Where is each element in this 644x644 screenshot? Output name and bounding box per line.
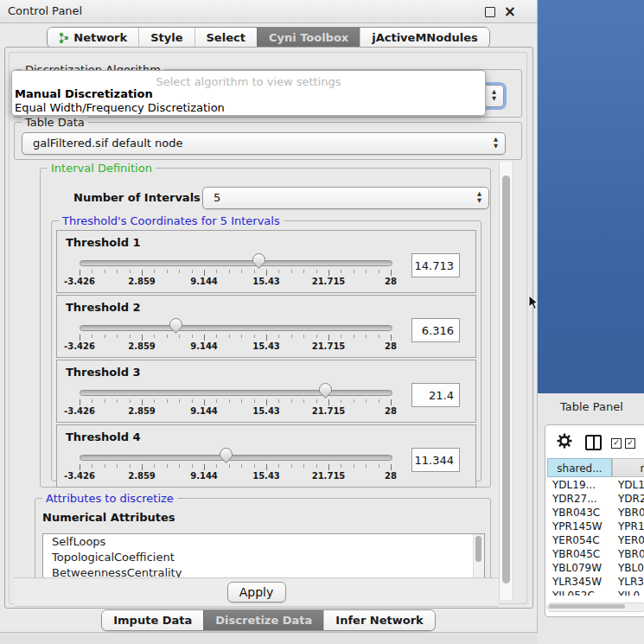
tab-cyni-toolbox[interactable]: Cyni Toolbox <box>257 28 360 48</box>
stepper-arrows-icon: ▲▼ <box>477 190 481 204</box>
tab-infer-network[interactable]: Infer Network <box>323 610 434 630</box>
checkbox-icon[interactable]: ✓ <box>611 438 622 449</box>
apply-strip: Apply <box>14 577 499 607</box>
tick-label: 9.144 <box>190 341 218 351</box>
threshold-panel: Threshold 4-3.4262.8599.14415.4321.71528… <box>56 424 476 488</box>
column-header-shared-name[interactable]: shared... <box>547 458 612 477</box>
table-header-row: shared...na <box>547 458 644 477</box>
column-header-name[interactable]: na <box>612 458 644 477</box>
attributes-group-title: Attributes to discretize <box>42 492 177 505</box>
cell-shared-name: YBR045C <box>547 547 613 561</box>
tick-label: 21.715 <box>312 406 346 416</box>
list-scrollbar[interactable] <box>473 534 484 577</box>
interval-definition-group: Interval Definition Number of Intervals … <box>40 168 491 488</box>
attribute-list-item[interactable]: TopologicalCoefficient <box>43 550 484 565</box>
table-row[interactable]: YPR145WYPR1 <box>547 520 644 533</box>
tab-jactivemnodules[interactable]: jActiveMNodules <box>360 28 489 48</box>
cell-name: YBR0 <box>613 547 644 561</box>
attribute-list-item[interactable]: SelfLoops <box>43 534 484 550</box>
tick-label: -3.426 <box>64 277 95 286</box>
checkbox-icon[interactable]: ✓ <box>625 438 635 449</box>
cell-shared-name: YLR345W <box>547 575 613 589</box>
threshold-label: Threshold 1 <box>66 236 141 249</box>
table-panel-title: Table Panel <box>560 400 623 413</box>
algorithm-option-equal-width[interactable]: Equal Width/Frequency Discretization <box>15 101 225 114</box>
table-row[interactable]: YBR045CYBR0 <box>547 547 644 561</box>
threshold-label: Threshold 2 <box>66 301 141 314</box>
split-pane-icon[interactable] <box>585 435 602 450</box>
cell-name: YER0 <box>613 533 644 547</box>
threshold-panel: Threshold 3-3.4262.8599.14415.4321.71528… <box>56 360 476 423</box>
threshold-value-field[interactable]: 14.713 <box>411 253 460 277</box>
tab-label: Infer Network <box>335 614 423 627</box>
tick-label: 21.715 <box>312 341 346 351</box>
tick-label: 28 <box>385 406 397 416</box>
table-row[interactable]: YDL19...YDL1 <box>547 478 644 492</box>
slider-thumb[interactable] <box>318 382 333 399</box>
numerical-attributes-list[interactable]: SelfLoopsTopologicalCoefficientBetweenne… <box>42 533 485 577</box>
settings-vertical-scrollbar[interactable] <box>499 162 513 600</box>
control-panel-window: Control Panel × NetworkStyleSelectCyni T… <box>0 0 538 633</box>
slider-ticks <box>80 399 391 406</box>
tab-style[interactable]: Style <box>138 28 194 48</box>
tab-label: Discretize Data <box>215 614 312 627</box>
cell-shared-name: YPR145W <box>547 520 613 533</box>
tick-label: 15.43 <box>252 471 280 481</box>
number-of-intervals-label: Number of Intervals <box>73 191 201 204</box>
scrollbar-thumb[interactable] <box>549 604 625 609</box>
numerical-attributes-label: Numerical Attributes <box>42 511 175 524</box>
table-data-combobox[interactable]: galFiltered.sif default node ▲▼ <box>22 132 506 155</box>
table-rows: YDL19...YDL1YDR27...YDR2YBR043CYBR0YPR14… <box>547 478 644 596</box>
table-data-group: Table Data galFiltered.sif default node … <box>14 122 522 160</box>
table-row[interactable]: YDR27...YDR2 <box>547 492 644 506</box>
slider-thumb[interactable] <box>219 447 233 464</box>
apply-button[interactable]: Apply <box>227 582 286 603</box>
float-window-icon[interactable] <box>485 7 495 17</box>
table-toolbar: ✓ ✓ <box>545 425 644 456</box>
tab-impute-data[interactable]: Impute Data <box>102 610 203 630</box>
slider-ticks <box>80 269 391 277</box>
interval-definition-title: Interval Definition <box>48 162 156 175</box>
table-row[interactable]: YER054CYER0 <box>547 533 644 547</box>
attribute-list-item[interactable]: BetweennessCentrality <box>43 565 484 577</box>
tick-label: 15.43 <box>252 406 280 416</box>
slider-tick-labels: -3.4262.8599.14415.4321.71528 <box>80 471 391 482</box>
slider-track[interactable] <box>80 455 392 461</box>
tick-label: 2.859 <box>128 341 156 351</box>
threshold-value-field[interactable]: 21.4 <box>411 383 460 407</box>
threshold-panel: Threshold 2-3.4262.8599.14415.4321.71528… <box>56 295 476 358</box>
slider-thumb[interactable] <box>169 317 183 335</box>
scrollbar-thumb[interactable] <box>502 175 510 583</box>
tab-discretize-data[interactable]: Discretize Data <box>203 610 323 630</box>
slider-tick-labels: -3.4262.8599.14415.4321.71528 <box>80 341 391 353</box>
slider-track[interactable] <box>80 390 392 396</box>
tab-label: Style <box>150 31 182 44</box>
slider-thumb[interactable] <box>252 252 266 270</box>
table-horizontal-scrollbar[interactable] <box>547 603 644 612</box>
table-row[interactable]: YBL079WYBL0 <box>547 561 644 575</box>
threshold-value-field[interactable]: 11.344 <box>411 448 460 472</box>
cell-shared-name: YIL052C <box>547 589 613 596</box>
table-row[interactable]: YLR345WYLR3 <box>547 575 644 589</box>
control-panel-titlebar: Control Panel × <box>0 0 537 23</box>
table-panel-card: ✓ ✓ shared...na YDL19...YDL1YDR27...YDR2… <box>545 424 644 617</box>
tab-network[interactable]: Network <box>48 28 138 48</box>
close-icon[interactable]: × <box>504 2 516 21</box>
tab-label: jActiveMNodules <box>372 31 478 44</box>
cell-shared-name: YDR27... <box>547 492 613 506</box>
algorithm-option-manual[interactable]: Manual Discretization <box>15 87 153 100</box>
tick-label: 9.144 <box>190 406 218 416</box>
settings-scroll-area: Interval Definition Number of Intervals … <box>14 161 499 577</box>
table-row[interactable]: YIL052CYIL0 <box>547 589 644 596</box>
slider-track[interactable] <box>80 260 392 266</box>
top-tab-bar: NetworkStyleSelectCyni ToolboxjActiveMNo… <box>0 27 537 48</box>
gear-icon[interactable] <box>557 433 572 449</box>
table-row[interactable]: YBR043CYBR0 <box>547 506 644 520</box>
tick-label: -3.426 <box>64 406 95 416</box>
slider-track[interactable] <box>80 325 392 331</box>
threshold-value-field[interactable]: 6.316 <box>411 318 460 342</box>
tab-select[interactable]: Select <box>194 28 257 48</box>
number-of-intervals-combobox[interactable]: 5 ▲▼ <box>202 187 489 209</box>
tab-label: Cyni Toolbox <box>269 31 348 44</box>
tick-label: -3.426 <box>64 341 95 351</box>
